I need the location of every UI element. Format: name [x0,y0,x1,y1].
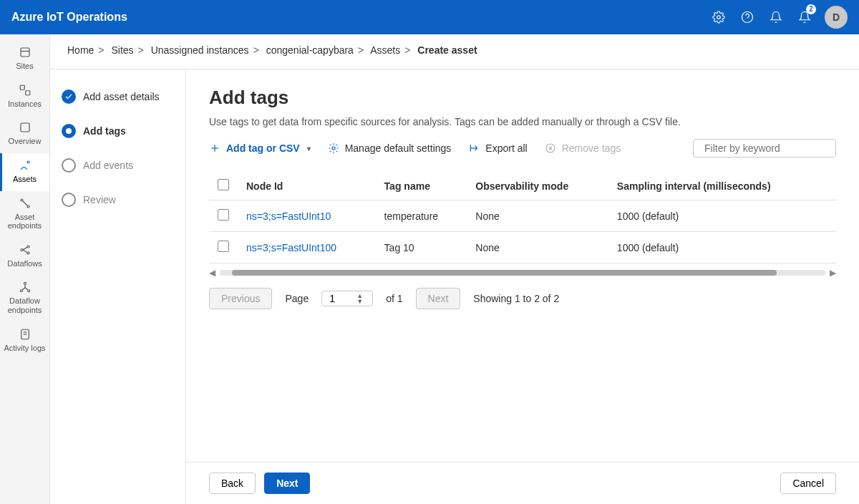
page-subtitle: Use tags to get data from specific sourc… [209,116,836,127]
crumb-home[interactable]: Home [67,44,94,56]
node-link[interactable]: ns=3;s=FastUInt100 [246,242,336,253]
notifications-icon[interactable]: 2 [790,0,819,34]
cell-tag: temperature [376,200,467,232]
nav-dataflow-endpoints[interactable]: Dataflow endpoints [0,275,49,321]
export-all-button[interactable]: Export all [468,142,527,154]
crumb-unassigned[interactable]: Unassigned instances [151,44,249,56]
toolbar: Add tag or CSV ▾ Manage default settings… [209,139,836,158]
showing-text: Showing 1 to 2 of 2 [473,293,559,304]
page-of: of 1 [386,293,402,304]
nav-sites[interactable]: Sites [0,40,49,78]
next-page-button: Next [416,288,461,309]
nav-instances[interactable]: Instances [0,78,49,116]
settings-icon[interactable] [704,0,733,34]
crumb-instance[interactable]: congenial-capybara [266,44,354,56]
back-button[interactable]: Back [209,472,256,494]
svg-line-15 [23,247,27,250]
svg-point-12 [21,248,23,251]
next-button[interactable]: Next [264,472,310,494]
bell-icon[interactable] [762,0,790,34]
notification-badge: 2 [806,4,816,14]
export-icon [468,142,480,154]
help-icon[interactable] [733,0,762,34]
cell-q: 1 ( [828,232,836,263]
svg-point-9 [21,199,23,201]
page-input-wrap[interactable]: ▲▼ [321,291,373,306]
svg-rect-3 [21,48,29,57]
svg-line-11 [23,201,27,205]
chevron-down-icon: ▾ [307,145,311,152]
col-sampling[interactable]: Sampling interval (milliseconds) [608,172,828,200]
nav-asset-endpoints[interactable]: Asset endpoints [0,191,49,238]
page-title: Add tags [209,87,836,109]
brand: Azure IoT Operations [11,11,127,24]
cell-samp: 1000 (default) [608,232,828,263]
step-add-tags[interactable]: Add tags [62,124,177,138]
cell-obs: None [467,232,608,263]
nav-activity-logs[interactable]: Activity logs [0,322,49,360]
svg-point-8 [27,161,29,163]
step-add-events[interactable]: Add events [62,158,177,173]
topbar: Azure IoT Operations 2 D [0,0,859,34]
svg-point-31 [699,148,700,149]
pending-step-icon [62,158,76,173]
search-icon [699,143,700,153]
row-checkbox[interactable] [218,209,229,220]
scroll-right-icon[interactable]: ▶ [830,268,836,278]
remove-icon [545,142,556,154]
svg-point-18 [20,290,22,292]
crumb-assets[interactable]: Assets [370,44,400,56]
svg-point-19 [27,290,29,292]
svg-point-14 [27,252,29,254]
cell-samp: 1000 (default) [608,200,828,232]
remove-tags-button: Remove tags [545,142,621,154]
avatar[interactable]: D [825,6,848,29]
left-nav: Sites Instances Overview Assets Asset en… [0,34,50,504]
tags-table: Node Id Tag name Observability mode Samp… [209,172,836,263]
cell-tag: Tag 10 [376,232,467,263]
horizontal-scrollbar[interactable]: ◀ ▶ [209,268,836,278]
page-input[interactable] [329,293,351,304]
previous-button: Previous [209,288,272,309]
page-label: Page [285,293,309,304]
filter-field[interactable] [693,139,836,158]
nav-assets[interactable]: Assets [0,153,49,191]
gear-icon [328,142,339,154]
step-rail: Add asset details Add tags Add events Re… [50,69,186,504]
scroll-left-icon[interactable]: ◀ [209,268,215,278]
page-down-icon[interactable]: ▼ [356,299,363,304]
pager: Previous Page ▲▼ of 1 Next Showing 1 to … [209,288,836,309]
col-tag-name[interactable]: Tag name [376,172,467,200]
nav-dataflows[interactable]: Dataflows [0,238,49,276]
step-review[interactable]: Review [62,193,177,207]
row-checkbox[interactable] [218,241,229,252]
select-all-checkbox[interactable] [218,179,229,190]
table-row: ns=3;s=FastUInt100 Tag 10 None 1000 (def… [209,232,836,263]
cancel-button[interactable]: Cancel [780,472,836,494]
step-asset-details[interactable]: Add asset details [62,89,177,104]
svg-rect-7 [21,123,29,132]
filter-input[interactable] [704,142,830,154]
breadcrumb: Home> Sites> Unassigned instances> conge… [50,34,859,69]
table-row: ns=3;s=FastUInt10 temperature None 1000 … [209,200,836,232]
check-icon [62,89,76,104]
pending-step-icon [62,193,76,207]
crumb-current: Create asset [417,44,477,56]
node-link[interactable]: ns=3;s=FastUInt10 [246,210,331,222]
nav-overview[interactable]: Overview [0,115,49,153]
svg-line-16 [23,250,27,253]
crumb-sites[interactable]: Sites [111,44,133,56]
footer: Back Next Cancel [186,462,859,504]
svg-point-1 [742,12,753,23]
svg-point-25 [332,147,335,150]
scroll-thumb[interactable] [232,270,777,276]
current-step-icon [62,124,76,138]
manage-defaults-button[interactable]: Manage default settings [328,142,452,154]
cell-q: 1 ( [828,200,836,232]
col-observability[interactable]: Observability mode [467,172,608,200]
add-tag-button[interactable]: Add tag or CSV ▾ [209,142,311,154]
col-queue[interactable]: Qu [828,172,836,200]
svg-point-0 [717,16,721,19]
col-node-id[interactable]: Node Id [238,172,376,200]
svg-rect-5 [20,85,24,89]
